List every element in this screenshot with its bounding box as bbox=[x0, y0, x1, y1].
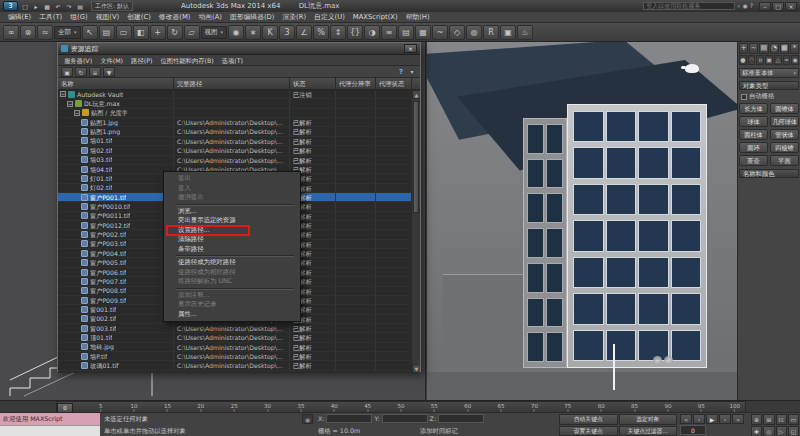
dialog-menu-item-4[interactable]: 选项(T) bbox=[219, 55, 246, 65]
select-by-name-icon[interactable]: ▤ bbox=[99, 25, 115, 40]
open-file-icon[interactable]: ▸ bbox=[31, 2, 41, 11]
primitive-type-dropdown[interactable]: 标准基本体 ▾ bbox=[739, 68, 799, 78]
systems-category-icon[interactable]: ◉ bbox=[791, 55, 799, 65]
context-menu-item[interactable]: 签出 bbox=[164, 174, 300, 184]
primitive-button-0[interactable]: 长方体 bbox=[739, 103, 768, 114]
selection-region-icon[interactable]: ▭ bbox=[116, 25, 132, 40]
menu-item-8[interactable]: 渲染(R) bbox=[278, 12, 310, 23]
next-frame-icon[interactable]: › bbox=[719, 414, 731, 424]
zoom-region-icon[interactable]: ▭ bbox=[788, 414, 799, 425]
context-menu-item[interactable]: 设置路径... bbox=[164, 226, 300, 236]
go-to-start-icon[interactable]: « bbox=[680, 414, 692, 424]
go-to-end-icon[interactable]: » bbox=[732, 414, 744, 424]
zoom-icon[interactable]: ⊕ bbox=[751, 414, 762, 425]
dialog-menu-item-0[interactable]: 服务器(V) bbox=[61, 55, 95, 65]
table-row[interactable]: −DL玩意.max bbox=[58, 99, 412, 108]
maximize-viewport-icon[interactable]: ◱ bbox=[788, 426, 799, 436]
column-header-2[interactable]: 状态 bbox=[290, 78, 336, 89]
context-menu-item[interactable]: 将路径解析为 UNC bbox=[164, 277, 300, 287]
select-and-move-icon[interactable]: + bbox=[150, 25, 166, 40]
zoom-all-icon[interactable]: ⊞ bbox=[763, 414, 774, 425]
column-header-3[interactable]: 代理分辨率 bbox=[336, 78, 376, 89]
time-tag-label[interactable]: 添加时间标记 bbox=[420, 425, 458, 436]
render-production-icon[interactable]: ♨ bbox=[517, 25, 533, 40]
autogrid-checkbox[interactable] bbox=[741, 94, 747, 100]
context-menu-item[interactable]: 条带路径 bbox=[164, 245, 300, 255]
table-row[interactable]: 墙03.tifC:\Users\Administrator\Desktop\房型… bbox=[58, 156, 412, 165]
menu-item-5[interactable]: 修改器(M) bbox=[155, 12, 195, 23]
key-filters-button[interactable]: 关键点过滤器... bbox=[619, 426, 678, 436]
name-color-rollout[interactable]: 名称和颜色 bbox=[739, 169, 799, 178]
maxscript-listener-line[interactable] bbox=[0, 425, 100, 436]
primitive-button-6[interactable]: 圆环 bbox=[739, 142, 768, 153]
keyboard-override-icon[interactable]: K bbox=[262, 25, 278, 40]
auto-key-button[interactable]: 自动关键点 bbox=[559, 414, 618, 425]
unlink-selection-icon[interactable]: ⊗ bbox=[20, 25, 36, 40]
selection-set-dropdown[interactable]: 选定对象 bbox=[619, 414, 678, 425]
curve-editor-icon[interactable]: ~ bbox=[432, 25, 448, 40]
percent-snap-icon[interactable]: % bbox=[313, 25, 329, 40]
primitive-button-8[interactable]: 茶壶 bbox=[739, 155, 768, 166]
utilities-tab-icon[interactable]: * bbox=[790, 43, 799, 54]
context-menu-item[interactable]: 添加注释... bbox=[164, 291, 300, 301]
select-and-link-icon[interactable]: ∞ bbox=[3, 25, 19, 40]
table-row[interactable]: −贴图 / 光度学 bbox=[58, 109, 412, 118]
dialog-menu-item-3[interactable]: 位图性能和内存(B) bbox=[157, 55, 216, 65]
lights-category-icon[interactable]: ¤ bbox=[756, 55, 764, 65]
object-type-rollout[interactable]: 对象类型 bbox=[739, 81, 799, 90]
menu-item-0[interactable]: 编辑(E) bbox=[4, 12, 35, 23]
spacewarps-category-icon[interactable]: ≈ bbox=[783, 55, 791, 65]
menu-item-1[interactable]: 工具(T) bbox=[35, 12, 66, 23]
x-coordinate-field[interactable] bbox=[326, 414, 372, 423]
primitive-button-3[interactable]: 几何球体 bbox=[770, 116, 799, 127]
expand-toggle[interactable]: − bbox=[60, 91, 66, 97]
help-icon[interactable]: ? bbox=[397, 68, 405, 76]
window-crossing-icon[interactable]: ◧ bbox=[133, 25, 149, 40]
modify-tab-icon[interactable]: ~ bbox=[749, 43, 758, 54]
table-row[interactable]: 地砖.jpgC:\Users\Administrator\Desktop\房型D… bbox=[58, 343, 412, 352]
vault-connect-icon[interactable]: ▣ bbox=[61, 67, 73, 77]
search-icon[interactable]: ⌕ bbox=[737, 2, 740, 10]
application-menu-button[interactable]: 3 bbox=[3, 1, 18, 11]
context-menu-item[interactable]: 属性... bbox=[164, 310, 300, 320]
menu-item-2[interactable]: 组(G) bbox=[66, 12, 91, 23]
context-menu-item[interactable]: 清除路径 bbox=[164, 235, 300, 245]
new-file-icon[interactable]: □ bbox=[20, 2, 30, 11]
column-header-0[interactable]: 名称 bbox=[58, 78, 174, 89]
select-and-scale-icon[interactable]: ▱ bbox=[184, 25, 200, 40]
menu-item-7[interactable]: 图形编辑器(D) bbox=[226, 12, 279, 23]
context-menu-item[interactable]: 浏览... bbox=[164, 207, 300, 217]
cameras-category-icon[interactable]: ▣ bbox=[765, 55, 773, 65]
infocenter-search-input[interactable] bbox=[643, 2, 735, 10]
primitive-button-4[interactable]: 圆柱体 bbox=[739, 129, 768, 140]
edit-named-selection-icon[interactable]: {} bbox=[347, 25, 363, 40]
align-icon[interactable]: ≡ bbox=[381, 25, 397, 40]
schematic-view-icon[interactable]: ◇ bbox=[449, 25, 465, 40]
menu-item-3[interactable]: 视图(V) bbox=[92, 12, 124, 23]
y-coordinate-field[interactable] bbox=[382, 414, 428, 423]
render-setup-icon[interactable]: R bbox=[483, 25, 499, 40]
dialog-titlebar[interactable]: 资源追踪 × bbox=[58, 43, 420, 55]
viewport-perspective[interactable] bbox=[427, 42, 737, 400]
rendered-frame-icon[interactable]: ▣ bbox=[500, 25, 516, 40]
orbit-icon[interactable]: ◎ bbox=[763, 426, 774, 436]
helpers-category-icon[interactable]: △ bbox=[774, 55, 782, 65]
layer-manager-icon[interactable]: ▤ bbox=[398, 25, 414, 40]
menu-item-10[interactable]: MAXScript(X) bbox=[349, 12, 402, 23]
save-file-icon[interactable]: ▦ bbox=[42, 2, 52, 11]
rollup-icon[interactable]: ▾ bbox=[407, 68, 417, 75]
maximize-button[interactable]: □ bbox=[772, 2, 784, 11]
table-row[interactable]: 玻璃01.tifC:\Users\Administrator\Desktop\房… bbox=[58, 361, 412, 370]
previous-frame-icon[interactable]: ‹ bbox=[693, 414, 705, 424]
graphite-ribbon-icon[interactable]: ▦ bbox=[415, 25, 431, 40]
scrollbar-thumb[interactable] bbox=[413, 101, 419, 213]
scroll-up-icon[interactable]: ▲ bbox=[412, 90, 420, 99]
primitive-button-2[interactable]: 球体 bbox=[739, 116, 768, 127]
maxscript-mini-listener[interactable]: 欢迎使用 MAXScript bbox=[0, 413, 100, 425]
bind-to-spacewarp-icon[interactable]: ≈ bbox=[37, 25, 53, 40]
primitive-button-9[interactable]: 平面 bbox=[770, 155, 799, 166]
geometry-category-icon[interactable]: ● bbox=[739, 55, 747, 65]
reference-coordinate-dropdown[interactable]: 视图▾ bbox=[201, 26, 228, 39]
workspace-dropdown[interactable]: 工作区: 默认 bbox=[91, 1, 133, 11]
minimize-button[interactable]: – bbox=[759, 2, 771, 11]
